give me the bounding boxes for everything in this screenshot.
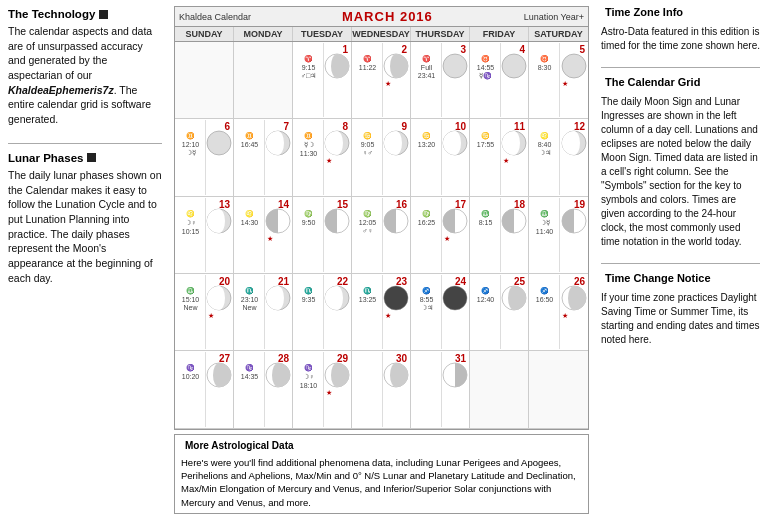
right-column: Time Zone Info Astro-Data featured in th… (593, 0, 768, 520)
table-row: ♈Full23:41 3 (411, 42, 470, 119)
table-row: ♋17:55 11 ★ (470, 119, 529, 196)
day-wednesday: WEDNESDAY (352, 27, 411, 41)
svg-point-2 (443, 54, 467, 78)
table-row: ♉8:30 5 ★ (529, 42, 588, 119)
tz-section-body: Astro-Data featured in this edition is t… (601, 25, 760, 53)
svg-point-23 (443, 286, 467, 310)
tech-body-1: The calendar aspects and data are of uns… (8, 25, 152, 81)
table-row: ♎☽☿11:40 19 (529, 197, 588, 274)
day-saturday: SATURDAY (529, 27, 588, 41)
tc-section-title: Time Change Notice (601, 272, 760, 284)
table-row: ♌☽♀10:15 13 (175, 197, 234, 274)
grid-title-text: The Calendar Grid (605, 76, 700, 88)
table-row: ♈9:15♂□♃ 1 (293, 42, 352, 119)
lunar-title-text: Lunar Phases (8, 152, 83, 164)
more-data-title-text: More Astrological Data (185, 439, 294, 453)
table-row: ♍16:25 17 ★ (411, 197, 470, 274)
main-layout: The Technology The calendar aspects and … (0, 0, 768, 520)
day-thursday: THURSDAY (411, 27, 470, 41)
table-row: ♑14:35 28 (234, 351, 293, 428)
cal-brand-left: Khaldea Calendar (179, 12, 251, 22)
table-row: ♍12:05♂♀ 16 (352, 197, 411, 274)
more-data-section: More Astrological Data Here's were you'l… (174, 434, 589, 514)
lunar-section-body: The daily lunar phases shown on the Cale… (8, 168, 162, 286)
table-row: ♏13:25 23 ★ (352, 274, 411, 351)
right-divider-1 (601, 67, 760, 68)
table-row: ♈11:22 2 ★ (352, 42, 411, 119)
calendar-container: Khaldea Calendar MARCH 2016 Lunation Yea… (174, 6, 589, 430)
left-column: The Technology The calendar aspects and … (0, 0, 170, 520)
more-data-title: More Astrological Data (181, 439, 582, 453)
calendar-header: Khaldea Calendar MARCH 2016 Lunation Yea… (175, 7, 588, 27)
day-sunday: SUNDAY (175, 27, 234, 41)
lunar-sq-icon (87, 153, 96, 162)
table-row: ♋9:05♀♂ 9 (352, 119, 411, 196)
tech-title-text: The Technology (8, 8, 95, 20)
table-row: ♑10:20 27 (175, 351, 234, 428)
table-row (234, 42, 293, 119)
tc-title-text: Time Change Notice (605, 272, 711, 284)
table-row (175, 42, 234, 119)
svg-point-3 (502, 54, 526, 78)
table-row: ♎8:15 18 (470, 197, 529, 274)
table-row: ♐16:50 26 ★ (529, 274, 588, 351)
left-divider (8, 143, 162, 144)
table-row: ♉14:55☿♑ 4 (470, 42, 529, 119)
table-row: ♐8:55☽♃ 24 (411, 274, 470, 351)
svg-point-4 (562, 54, 586, 78)
day-monday: MONDAY (234, 27, 293, 41)
cal-title: MARCH 2016 (342, 9, 433, 24)
table-row: ♎15:10New 20 ★ (175, 274, 234, 351)
table-row (529, 351, 588, 428)
table-row (470, 351, 529, 428)
tech-section-body: The calendar aspects and data are of uns… (8, 24, 162, 127)
tz-section-title: Time Zone Info (601, 6, 760, 18)
table-row: ♊12:10☽☿ 6 (175, 119, 234, 196)
tc-section-body: If your time zone practices Daylight Sav… (601, 291, 760, 347)
table-row: ♋13:20 10 (411, 119, 470, 196)
table-row: 30 (352, 351, 411, 428)
right-divider-2 (601, 263, 760, 264)
tech-brand: KhaldeaEphemeris7z (8, 84, 114, 96)
table-row: ♐12:40 25 (470, 274, 529, 351)
tz-title-text: Time Zone Info (605, 6, 683, 18)
grid-section-body: The daily Moon Sign and Lunar Ingresses … (601, 95, 760, 249)
tech-sq-icon (99, 10, 108, 19)
more-data-body: Here's were you'll find additional pheno… (181, 456, 582, 509)
table-row: 31 (411, 351, 470, 428)
table-row: ♊☿☽11:30 8 ★ (293, 119, 352, 196)
cal-brand-right: Lunation Year+ (524, 12, 584, 22)
table-row: ♌14:30 14 ★ (234, 197, 293, 274)
lunar-section-title: Lunar Phases (8, 152, 162, 164)
calendar-grid: ♈9:15♂□♃ 1 ♈11:2 (175, 42, 588, 429)
day-tuesday: TUESDAY (293, 27, 352, 41)
table-row: ♏9:35 22 (293, 274, 352, 351)
table-row: ♍9:50 15 (293, 197, 352, 274)
calendar-days-header: SUNDAY MONDAY TUESDAY WEDNESDAY THURSDAY… (175, 27, 588, 42)
svg-point-5 (207, 131, 231, 155)
table-row: ♊16:45 7 (234, 119, 293, 196)
table-row: ♌8:40☽♃ 12 (529, 119, 588, 196)
svg-point-22 (384, 286, 408, 310)
grid-section-title: The Calendar Grid (601, 76, 760, 88)
tech-section-title: The Technology (8, 8, 162, 20)
table-row: ♑☽♀18:10 29 ★ (293, 351, 352, 428)
center-column: Khaldea Calendar MARCH 2016 Lunation Yea… (170, 0, 593, 520)
table-row: ♏23:10New 21 (234, 274, 293, 351)
day-friday: FRIDAY (470, 27, 529, 41)
